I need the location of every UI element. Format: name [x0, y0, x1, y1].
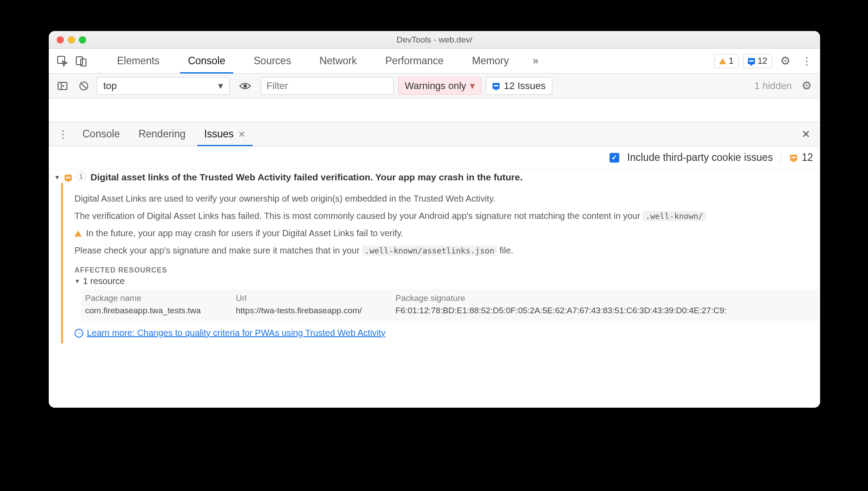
chevron-down-icon: ▾	[470, 80, 475, 92]
table-row[interactable]: com.firebaseapp.twa_tests.twa https://tw…	[85, 305, 816, 316]
issues-badge[interactable]: 12	[743, 54, 772, 68]
window-controls	[49, 36, 86, 43]
col-header-signature: Package signature	[395, 292, 816, 305]
warning-message-icon	[790, 155, 797, 161]
disclosure-triangle-icon[interactable]: ▼	[54, 172, 60, 181]
resource-summary-row[interactable]: ▼ 1 resource	[74, 276, 820, 286]
include-third-party-checkbox[interactable]	[610, 153, 619, 163]
drawer-tab-issues[interactable]: Issues ✕	[197, 122, 253, 146]
toolbar-right: 1 12 ⚙ ⋮	[714, 53, 815, 70]
issues-button-label: 12 Issues	[504, 80, 546, 92]
gear-icon: ⚙	[802, 79, 812, 93]
zoom-window-button[interactable]	[79, 36, 86, 43]
drawer-tabs-row: ⋮ Console Rendering Issues ✕ ✕	[49, 122, 820, 146]
issue-details: Digital Asset Links are used to verify y…	[61, 183, 820, 343]
col-header-package: Package name	[85, 292, 236, 305]
tab-label: Console	[82, 128, 120, 140]
tab-label: Rendering	[138, 128, 185, 140]
cell-package: com.firebaseapp.twa_tests.twa	[85, 305, 236, 316]
code-path: .well-known/	[643, 211, 706, 221]
tab-label: Performance	[385, 55, 444, 67]
col-header-url: Url	[236, 292, 395, 305]
issue-warning-line: In the future, your app may crash for us…	[74, 227, 820, 239]
log-level-value: Warnings only	[405, 80, 466, 92]
warnings-badge[interactable]: 1	[714, 54, 739, 68]
warning-message-icon	[65, 175, 72, 181]
issue-title: Digital asset links of the Trusted Web A…	[90, 172, 523, 183]
learn-more-row: → Learn more: Changes to quality criteri…	[74, 328, 820, 338]
drawer-tab-rendering[interactable]: Rendering	[131, 122, 192, 146]
issue-occurrence-count: 1	[76, 172, 86, 181]
close-window-button[interactable]	[57, 36, 64, 43]
title-bar: DevTools - web.dev/	[49, 31, 820, 49]
tab-console[interactable]: Console	[180, 49, 233, 73]
close-icon: ✕	[802, 128, 810, 140]
table-header-row: Package name Url Package signature	[85, 292, 816, 305]
tab-label: Network	[320, 55, 357, 67]
total-issues-value: 12	[802, 152, 813, 164]
gear-icon: ⚙	[780, 54, 790, 68]
tab-label: Console	[188, 55, 225, 67]
chevron-right-icon: »	[533, 55, 539, 67]
tab-label: Sources	[254, 55, 291, 67]
issue-paragraph: The verification of Digital Asset Links …	[74, 210, 820, 222]
device-toolbar-icon[interactable]	[73, 53, 90, 70]
svg-rect-0	[58, 56, 65, 63]
console-toolbar: top ▾ Warnings only ▾ 12 Issues 1 hidden…	[49, 74, 820, 98]
include-third-party-label: Include third-party cookie issues	[627, 152, 773, 164]
svg-rect-1	[76, 57, 82, 65]
context-selector[interactable]: top ▾	[97, 77, 230, 95]
message-icon	[748, 58, 755, 64]
issues-count: 12	[758, 56, 767, 66]
inspect-element-icon[interactable]	[54, 53, 71, 70]
issue-header-row[interactable]: ▼ 1 Digital asset links of the Trusted W…	[54, 169, 820, 183]
context-value: top	[103, 80, 117, 92]
warning-triangle-icon	[719, 58, 726, 64]
learn-more-link[interactable]: Learn more: Changes to quality criteria …	[87, 328, 386, 338]
tab-memory[interactable]: Memory	[464, 49, 517, 73]
kebab-icon: ⋮	[802, 55, 811, 67]
log-level-selector[interactable]: Warnings only ▾	[398, 77, 481, 95]
tabs-overflow-button[interactable]: »	[529, 49, 542, 73]
filter-input[interactable]	[261, 77, 394, 95]
tab-label: Elements	[117, 55, 160, 67]
tab-sources[interactable]: Sources	[246, 49, 299, 73]
tab-label: Memory	[472, 55, 509, 67]
tab-performance[interactable]: Performance	[377, 49, 452, 73]
cell-url: https://twa-tests.firebaseapp.com/	[236, 305, 395, 316]
warnings-count: 1	[729, 56, 734, 66]
tab-elements[interactable]: Elements	[109, 49, 168, 73]
drawer-more-button[interactable]: ⋮	[54, 126, 71, 143]
issues-panel: ▼ 1 Digital asset links of the Trusted W…	[49, 169, 820, 408]
warning-triangle-icon	[74, 230, 82, 237]
more-menu-button[interactable]: ⋮	[798, 53, 815, 70]
issue-paragraph: Please check your app's signature and ma…	[74, 245, 820, 257]
issue-text: file.	[497, 246, 513, 255]
clear-console-button[interactable]	[75, 78, 92, 94]
issue-text: The verification of Digital Asset Links …	[74, 211, 643, 221]
resource-summary-label: 1 resource	[83, 276, 125, 286]
svg-point-5	[243, 84, 247, 88]
kebab-icon: ⋮	[58, 128, 67, 140]
settings-button[interactable]: ⚙	[777, 53, 794, 70]
code-path: .well-known/assetlinks.json	[362, 246, 497, 256]
disclosure-triangle-icon[interactable]: ▼	[74, 278, 80, 284]
toggle-sidebar-button[interactable]	[54, 78, 71, 94]
drawer-tab-console[interactable]: Console	[75, 122, 127, 146]
main-tabs-row: Elements Console Sources Network Perform…	[49, 49, 820, 74]
message-icon	[493, 83, 500, 89]
close-tab-icon[interactable]: ✕	[238, 129, 246, 140]
issue-text: In the future, your app may crash for us…	[86, 227, 403, 239]
live-expression-button[interactable]	[237, 78, 254, 94]
minimize-window-button[interactable]	[68, 36, 75, 43]
close-drawer-button[interactable]: ✕	[797, 128, 815, 140]
open-issues-button[interactable]: 12 Issues	[486, 77, 552, 95]
tab-label: Issues	[204, 128, 234, 140]
affected-resources-tree: ▼ 1 resource Package name Url Package si…	[74, 276, 820, 321]
tab-network[interactable]: Network	[312, 49, 365, 73]
console-settings-button[interactable]: ⚙	[798, 78, 815, 94]
learn-more-icon: →	[74, 329, 83, 338]
devtools-window: DevTools - web.dev/ Elements Console Sou…	[49, 31, 820, 408]
hidden-messages-label[interactable]: 1 hidden	[755, 80, 792, 92]
affected-resources-heading: AFFECTED RESOURCES	[74, 266, 820, 274]
